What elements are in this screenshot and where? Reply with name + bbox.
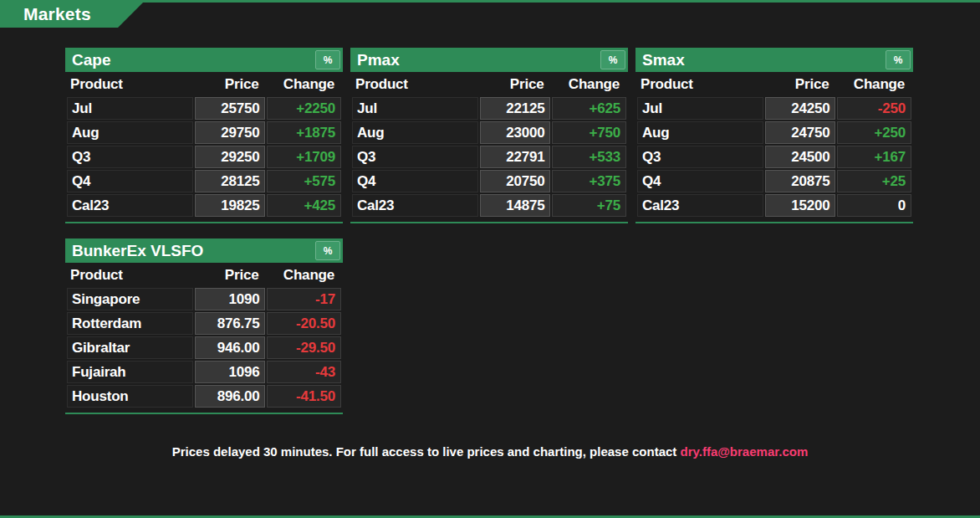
panel-header: Cape % <box>65 48 343 72</box>
percent-toggle-button[interactable]: % <box>315 241 340 260</box>
product-cell: Jul <box>637 97 763 120</box>
column-header-row: Product Price Change <box>67 264 341 286</box>
footer-disclaimer: Prices delayed 30 minutes. For full acce… <box>0 444 980 459</box>
change-cell: +625 <box>552 97 626 120</box>
table-row: Jul 22125 +625 <box>352 97 626 120</box>
panel-header: BunkerEx VLSFO % <box>65 238 343 263</box>
price-cell: 24750 <box>765 121 836 144</box>
change-cell: -17 <box>267 288 341 310</box>
panel-title: BunkerEx VLSFO <box>72 242 203 260</box>
panel-title: Pmax <box>357 51 400 69</box>
table-row: Q3 29250 +1709 <box>67 146 341 168</box>
contact-email-link[interactable]: dry.ffa@braemar.com <box>681 444 809 459</box>
product-cell: Houston <box>67 385 193 408</box>
column-header-change: Change <box>552 74 626 95</box>
column-header-product: Product <box>637 74 763 95</box>
change-cell: +375 <box>552 170 626 192</box>
price-table: Product Price Change Jul 25750 +2250 Aug… <box>65 72 343 218</box>
product-cell: Jul <box>352 97 478 120</box>
table-row: Cal23 15200 0 <box>637 194 911 217</box>
price-cell: 876.75 <box>195 312 266 335</box>
change-cell: -29.50 <box>267 336 341 359</box>
change-cell: +75 <box>552 194 626 217</box>
market-panel-smax: Smax % Product Price Change Jul 24250 -2… <box>635 48 913 223</box>
change-cell: -43 <box>267 361 341 383</box>
table-row: Aug 29750 +1875 <box>67 121 341 144</box>
change-cell: +575 <box>267 170 341 192</box>
price-cell: 28125 <box>195 170 266 192</box>
table-row: Rotterdam 876.75 -20.50 <box>67 312 341 335</box>
product-cell: Cal23 <box>67 194 193 217</box>
product-cell: Gibraltar <box>67 336 193 359</box>
product-cell: Q3 <box>352 146 478 168</box>
product-cell: Q3 <box>67 146 193 168</box>
column-header-change: Change <box>267 74 341 95</box>
column-header-row: Product Price Change <box>637 74 911 95</box>
price-cell: 14875 <box>480 194 551 217</box>
product-cell: Q3 <box>637 146 763 168</box>
table-row: Gibraltar 946.00 -29.50 <box>67 336 341 359</box>
column-header-price: Price <box>765 74 836 95</box>
price-cell: 946.00 <box>195 336 266 359</box>
product-cell: Q4 <box>352 170 478 192</box>
change-cell: 0 <box>837 194 911 217</box>
price-table: Product Price Change Singapore 1090 -17 … <box>65 263 343 409</box>
change-cell: +1875 <box>267 121 341 144</box>
panel-header: Pmax % <box>350 48 628 72</box>
change-cell: -20.50 <box>267 312 341 335</box>
table-row: Fujairah 1096 -43 <box>67 361 341 383</box>
page-title: Markets <box>23 4 91 24</box>
price-cell: 22125 <box>480 97 551 120</box>
product-cell: Aug <box>637 121 763 144</box>
table-row: Jul 25750 +2250 <box>67 97 341 120</box>
product-cell: Jul <box>67 97 193 120</box>
product-cell: Aug <box>352 121 478 144</box>
price-cell: 29750 <box>195 121 266 144</box>
column-header-price: Price <box>195 264 266 286</box>
percent-toggle-button[interactable]: % <box>600 50 625 69</box>
price-table: Product Price Change Jul 24250 -250 Aug … <box>635 72 913 218</box>
change-cell: +750 <box>552 121 626 144</box>
price-cell: 29250 <box>195 146 266 168</box>
change-cell: +167 <box>837 146 911 168</box>
percent-toggle-button[interactable]: % <box>886 50 911 69</box>
table-row: Aug 23000 +750 <box>352 121 626 144</box>
column-header-change: Change <box>837 74 911 95</box>
product-cell: Fujairah <box>67 361 193 383</box>
panel-title: Cape <box>72 51 110 69</box>
market-panel-cape: Cape % Product Price Change Jul 25750 +2… <box>65 48 343 223</box>
change-cell: +1709 <box>267 146 341 168</box>
price-cell: 19825 <box>195 194 266 217</box>
table-row: Q4 28125 +575 <box>67 170 341 192</box>
change-cell: +425 <box>267 194 341 217</box>
table-row: Q4 20750 +375 <box>352 170 626 192</box>
percent-toggle-button[interactable]: % <box>315 50 340 69</box>
column-header-product: Product <box>67 264 193 286</box>
table-row: Houston 896.00 -41.50 <box>67 385 341 408</box>
price-cell: 1090 <box>195 288 266 310</box>
market-tables-grid: Cape % Product Price Change Jul 25750 +2… <box>0 0 980 414</box>
change-cell: -41.50 <box>267 385 341 408</box>
price-cell: 20875 <box>765 170 836 192</box>
column-header-product: Product <box>67 74 193 95</box>
price-cell: 25750 <box>195 97 266 120</box>
column-header-row: Product Price Change <box>352 74 626 95</box>
table-row: Singapore 1090 -17 <box>67 288 341 310</box>
price-cell: 15200 <box>765 194 836 217</box>
footer-text: Prices delayed 30 minutes. For full acce… <box>172 444 677 459</box>
panel-title: Smax <box>642 51 685 69</box>
price-table: Product Price Change Jul 22125 +625 Aug … <box>350 72 628 218</box>
change-cell: +2250 <box>267 97 341 120</box>
table-row: Jul 24250 -250 <box>637 97 911 120</box>
column-header-product: Product <box>352 74 478 95</box>
column-header-price: Price <box>480 74 551 95</box>
table-row: Cal23 14875 +75 <box>352 194 626 217</box>
product-cell: Cal23 <box>352 194 478 217</box>
change-cell: +533 <box>552 146 626 168</box>
market-panel-bunkerex-vlsfo: BunkerEx VLSFO % Product Price Change Si… <box>65 238 343 414</box>
product-cell: Singapore <box>67 288 193 310</box>
column-header-price: Price <box>195 74 266 95</box>
column-header-change: Change <box>267 264 341 286</box>
price-cell: 1096 <box>195 361 266 383</box>
top-accent-line <box>0 0 980 3</box>
